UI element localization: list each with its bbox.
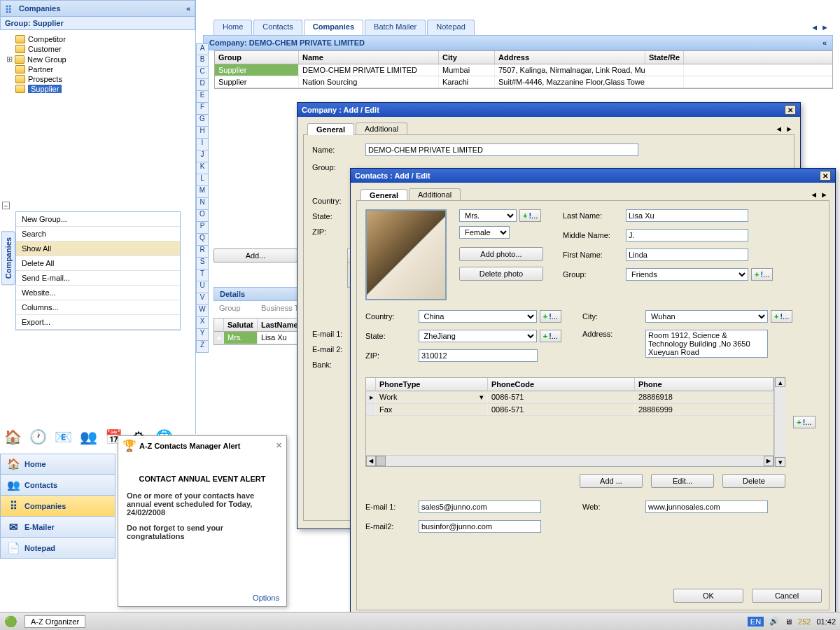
dialog-titlebar[interactable]: Company : Add / Edit ✕	[298, 103, 800, 117]
users-icon[interactable]: 👥	[78, 427, 98, 447]
col-phone[interactable]: Phone	[635, 378, 774, 391]
home-icon[interactable]: 🏠	[3, 427, 22, 447]
close-icon[interactable]: ✕	[276, 441, 282, 450]
menu-search[interactable]: Search	[16, 227, 180, 241]
phone-row[interactable]: Fax 0086-571 28886999	[366, 404, 774, 416]
lastname-input[interactable]	[626, 209, 748, 222]
az-letter-f[interactable]: F	[196, 103, 209, 115]
chevron-down-icon[interactable]: ▾	[479, 393, 484, 402]
address-input[interactable]: Room 1912, Science & Technology Building…	[645, 330, 768, 358]
menu-send-email[interactable]: Send E-mail...	[16, 271, 180, 286]
group-select[interactable]: Friends	[626, 268, 748, 281]
col-name[interactable]: Name	[299, 51, 439, 64]
tab-general[interactable]: General	[307, 123, 354, 135]
col-phonetype[interactable]: PhoneType	[376, 378, 488, 391]
prev-icon[interactable]: ◄	[811, 23, 818, 31]
menu-new-group[interactable]: New Group...	[16, 212, 180, 227]
close-icon[interactable]: ✕	[820, 171, 831, 181]
az-letter-z[interactable]: Z	[196, 341, 209, 353]
az-letter-i[interactable]: I	[196, 139, 209, 150]
prev-icon[interactable]: ◄	[775, 125, 783, 133]
az-letter-j[interactable]: J	[196, 150, 209, 162]
clock-icon[interactable]: 🕐	[28, 427, 48, 447]
az-letter-g[interactable]: G	[196, 115, 209, 127]
dialog-titlebar[interactable]: Contacts : Add / Edit ✕	[351, 169, 835, 183]
menu-show-all[interactable]: Show All	[16, 241, 180, 256]
start-icon[interactable]: 🟢	[4, 615, 18, 628]
phone-row[interactable]: ▸ Work▾ 0086-571 28886918	[366, 391, 774, 404]
tree-item-supplier[interactable]: Supplier	[3, 84, 192, 94]
az-letter-y[interactable]: Y	[196, 329, 209, 341]
tree-item-partner[interactable]: Partner	[3, 64, 192, 74]
az-letter-u[interactable]: U	[196, 281, 209, 293]
ok-button[interactable]: OK	[673, 589, 743, 603]
nav-emailer[interactable]: ✉E-Mailer	[0, 517, 115, 538]
web-input[interactable]	[645, 500, 768, 513]
az-letter-p[interactable]: P	[196, 222, 209, 234]
az-letter-q[interactable]: Q	[196, 234, 209, 246]
tab-batchmailer[interactable]: Batch Mailer	[365, 20, 426, 35]
col-state[interactable]: State/Re	[645, 51, 684, 64]
email2-input[interactable]	[419, 520, 541, 533]
az-letter-x[interactable]: X	[196, 317, 209, 329]
az-letter-l[interactable]: L	[196, 174, 209, 186]
az-letter-m[interactable]: M	[196, 186, 209, 198]
options-link[interactable]: Options	[253, 594, 279, 602]
col-group[interactable]: Group	[215, 51, 299, 64]
az-letter-v[interactable]: V	[196, 293, 209, 305]
close-icon[interactable]: ✕	[785, 105, 796, 115]
az-letter-r[interactable]: R	[196, 246, 209, 258]
next-icon[interactable]: ►	[820, 190, 828, 199]
collapse-icon[interactable]: «	[822, 38, 827, 47]
add-option-button[interactable]: +! ...	[540, 310, 561, 323]
mail-icon[interactable]: 📧	[53, 427, 73, 447]
col-city[interactable]: City	[439, 51, 495, 64]
tab-contacts[interactable]: Contacts	[253, 20, 302, 35]
tree-item-prospects[interactable]: Prospects	[3, 74, 192, 84]
col-salutation[interactable]: Salutat	[224, 318, 258, 331]
collapse-icon[interactable]: «	[186, 4, 190, 13]
firstname-input[interactable]	[626, 248, 748, 261]
gender-select[interactable]: Female	[459, 226, 510, 239]
country-select[interactable]: China	[419, 310, 537, 323]
prev-icon[interactable]: ◄	[810, 190, 818, 199]
add-button[interactable]: Add...	[214, 248, 298, 262]
az-letter-k[interactable]: K	[196, 162, 209, 174]
az-letter-n[interactable]: N	[196, 198, 209, 210]
grid-row[interactable]: Supplier DEMO-CHEM PRIVATE LIMITED Mumba…	[215, 64, 832, 76]
menu-columns[interactable]: Columns...	[16, 300, 180, 315]
az-letter-t[interactable]: T	[196, 270, 209, 281]
tray-icon[interactable]: 🖥	[785, 617, 792, 626]
edit-phone-button[interactable]: Edit...	[651, 474, 714, 488]
zip-input[interactable]	[419, 349, 538, 362]
scrollbar-horizontal[interactable]: ◄►	[366, 455, 774, 466]
col-address[interactable]: Address	[495, 51, 645, 64]
az-letter-h[interactable]: H	[196, 127, 209, 139]
tray-icon[interactable]: 🔊	[769, 617, 779, 626]
add-option-button[interactable]: +! ...	[771, 310, 792, 323]
nav-contacts[interactable]: 👥Contacts	[0, 475, 115, 496]
nav-home[interactable]: 🏠Home	[0, 454, 115, 475]
tab-general[interactable]: General	[360, 189, 407, 201]
delete-photo-button[interactable]: Delete photo	[459, 267, 543, 281]
col-phonecode[interactable]: PhoneCode	[488, 378, 635, 391]
az-letter-c[interactable]: C	[196, 67, 209, 79]
tab-home[interactable]: Home	[214, 20, 252, 35]
menu-website[interactable]: Website...	[16, 286, 180, 300]
menu-delete-all[interactable]: Delete All	[16, 256, 180, 271]
tab-notepad[interactable]: Notepad	[427, 20, 475, 35]
next-icon[interactable]: ►	[821, 23, 829, 31]
grid-row[interactable]: Supplier Nation Sourcing Karachi Suit#M-…	[215, 76, 832, 88]
az-letter-s[interactable]: S	[196, 258, 209, 270]
tree-item-newgroup[interactable]: ⊞New Group	[3, 54, 192, 64]
lang-indicator[interactable]: EN	[748, 617, 764, 626]
nav-notepad[interactable]: 📄Notepad	[0, 538, 115, 559]
salutation-select[interactable]: Mrs.	[459, 209, 517, 222]
cancel-button[interactable]: Cancel	[752, 589, 822, 603]
az-letter-e[interactable]: E	[196, 91, 209, 103]
state-select[interactable]: ZheJiang	[419, 330, 537, 342]
az-letter-o[interactable]: O	[196, 210, 209, 222]
add-option-button[interactable]: +! ...	[751, 268, 773, 281]
tree-item-competitor[interactable]: Competitor	[3, 34, 192, 44]
az-letter-b[interactable]: B	[196, 55, 209, 67]
